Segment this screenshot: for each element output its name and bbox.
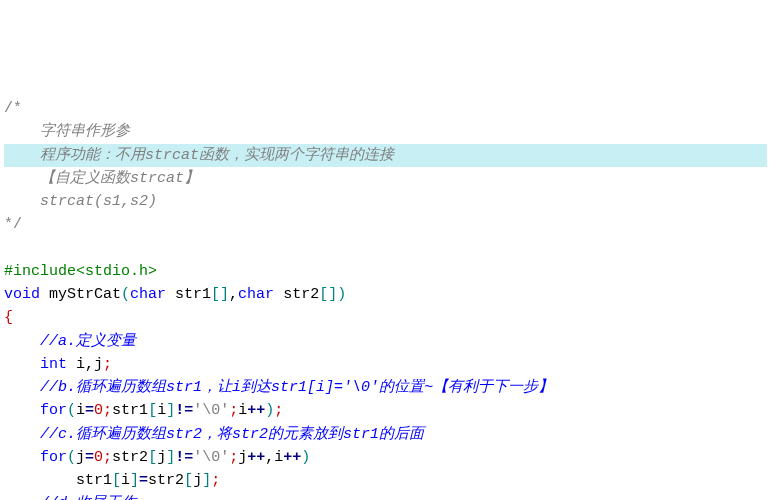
line-comment-2-highlighted: 程序功能：不用strcat函数，实现两个字符串的连接 — [4, 144, 767, 167]
line-include: #include<stdio.h> — [4, 260, 767, 283]
line-int-decl: int i,j; — [4, 353, 767, 376]
code-block: /* 字符串作形参 程序功能：不用strcat函数，实现两个字符串的连接 【自定… — [4, 97, 767, 500]
line-comment-c: //c.循环遍历数组str2，将str2的元素放到str1的后面 — [4, 423, 767, 446]
line-comment-a: //a.定义变量 — [4, 330, 767, 353]
line-comment-close: */ — [4, 213, 767, 236]
line-comment-1: 字符串作形参 — [4, 120, 767, 143]
line-func-signature: void myStrCat(char str1[],char str2[]) — [4, 283, 767, 306]
line-for1: for(i=0;str1[i]!='\0';i++); — [4, 399, 767, 422]
line-comment-d: //d.收尾工作 — [4, 492, 767, 500]
line-comment-b: //b.循环遍历数组str1，让i到达str1[i]='\0'的位置~【有利于下… — [4, 376, 767, 399]
line-comment-4: strcat(s1,s2) — [4, 190, 767, 213]
line-blank — [4, 237, 767, 260]
line-comment-open: /* — [4, 97, 767, 120]
line-comment-3: 【自定义函数strcat】 — [4, 167, 767, 190]
line-open-brace: { — [4, 306, 767, 329]
line-for2-body: str1[i]=str2[j]; — [4, 469, 767, 492]
line-for2: for(j=0;str2[j]!='\0';j++,i++) — [4, 446, 767, 469]
